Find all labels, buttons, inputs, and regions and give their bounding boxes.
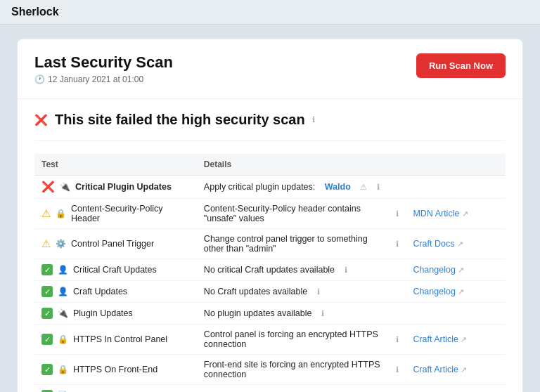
link-cell (406, 303, 506, 325)
row-icon: 🔌 (58, 308, 68, 318)
info-icon[interactable]: ℹ (396, 365, 399, 374)
test-name: Craft Updates (73, 287, 127, 296)
link-cell (406, 176, 506, 199)
row-icon: 🔒 (58, 334, 68, 344)
test-name: HTTPS In Control Panel (73, 334, 167, 344)
info-icon[interactable]: ⚠ (360, 183, 367, 192)
row-icon: 👤 (58, 287, 68, 296)
test-name: HTTPS On Front-End (73, 365, 158, 374)
fail-info-icon[interactable]: ℹ (312, 115, 315, 124)
col-link (406, 154, 506, 176)
header-timestamp: 🕐 12 January 2021 at 01:00 (34, 74, 173, 84)
main-content: Last Security Scan 🕐 12 January 2021 at … (0, 25, 540, 392)
table-row: ⚠⚙️Control Panel TriggerChange control p… (34, 229, 506, 259)
table-row: ✓🔌Plugin UpdatesNo plugin updates availa… (34, 303, 506, 325)
test-name: Plugin Updates (73, 308, 133, 318)
row-icon: ⚙️ (56, 239, 66, 249)
table-row: ✓🔒HTTPS In Control PanelControl panel is… (34, 325, 506, 355)
info-icon[interactable]: ℹ (321, 309, 324, 318)
details-cell: Content-Security-Policy header contains … (197, 199, 406, 229)
col-details: Details (197, 154, 406, 176)
external-link[interactable]: MDN Article (413, 209, 459, 218)
info-icon[interactable]: ℹ (396, 209, 399, 218)
col-test: Test (34, 154, 197, 176)
test-cell: ✓👤Craft Updates (34, 281, 197, 303)
fail-icon: ❌ (34, 114, 48, 126)
test-cell: ✓📄Craft File Permissions (34, 385, 197, 393)
info-icon[interactable]: ℹ (396, 335, 399, 344)
details-text: No plugin updates available (204, 308, 312, 318)
external-link-icon: ↗ (457, 240, 463, 248)
scan-table: Test Details ❌🔌Critical Plugin UpdatesAp… (34, 154, 506, 392)
test-cell: ✓🔌Plugin Updates (34, 303, 197, 325)
test-cell: ✓🔒HTTPS In Control Panel (34, 325, 197, 355)
details-cell: Apply critical plugin updates: Waldo ⚠ ℹ (197, 176, 406, 199)
external-link[interactable]: Changelog (413, 287, 455, 296)
run-scan-button[interactable]: Run Scan Now (416, 53, 506, 78)
details-text: Change control panel trigger to somethin… (204, 234, 387, 254)
waldo-link[interactable]: Waldo (325, 182, 351, 192)
test-cell: ✓👤Critical Craft Updates (34, 259, 197, 281)
fail-banner: ❌ This site failed the high security sca… (34, 112, 506, 141)
details-text: No critical Craft updates available (204, 265, 335, 275)
external-link-icon: ↗ (461, 335, 467, 344)
link-cell: Changelog ↗ (406, 259, 506, 281)
test-name: Control Panel Trigger (71, 239, 154, 249)
details-cell: Craft file permissions are correctly set… (197, 385, 406, 393)
details-cell: Change control panel trigger to somethin… (197, 229, 406, 259)
table-row: ✓🔒HTTPS On Front-EndFront-end site is fo… (34, 355, 506, 385)
row-icon: 🔒 (56, 209, 66, 218)
details-cell: No plugin updates available ℹ (197, 303, 406, 325)
link-cell: Craft Docs ↗ (406, 385, 506, 393)
app-title: Sherlock (11, 6, 59, 18)
info-icon[interactable]: ℹ (345, 266, 347, 275)
link-cell: MDN Article ↗ (406, 199, 506, 229)
status-ok-icon: ✓ (41, 264, 53, 275)
header-card: Last Security Scan 🕐 12 January 2021 at … (18, 39, 522, 99)
test-name: Critical Craft Updates (73, 265, 157, 275)
table-row: ⚠🔒Content-Security-Policy HeaderContent-… (34, 199, 506, 229)
external-link-icon: ↗ (461, 365, 467, 374)
test-cell: ⚠🔒Content-Security-Policy Header (34, 199, 197, 229)
external-link[interactable]: Craft Article (413, 365, 458, 374)
details-text: Control panel is forcing an encrypted HT… (204, 329, 387, 349)
external-link[interactable]: Craft Docs (413, 239, 454, 249)
row-icon: 🔒 (58, 365, 68, 374)
info-icon[interactable]: ℹ (317, 287, 320, 296)
test-cell: ✓🔒HTTPS On Front-End (34, 355, 197, 385)
clock-icon: 🕐 (34, 74, 45, 84)
link-cell: Craft Article ↗ (406, 325, 506, 355)
table-row: ✓📄Craft File PermissionsCraft file permi… (34, 385, 506, 393)
details-cell: No critical Craft updates available ℹ (197, 259, 406, 281)
external-link-icon: ↗ (458, 266, 464, 274)
details-text: No Craft updates available (204, 287, 307, 296)
status-ok-icon: ✓ (41, 364, 53, 375)
test-cell: ❌🔌Critical Plugin Updates (34, 176, 197, 199)
header-left: Last Security Scan 🕐 12 January 2021 at … (34, 53, 173, 84)
table-row: ✓👤Critical Craft UpdatesNo critical Craf… (34, 259, 506, 281)
test-cell: ⚠⚙️Control Panel Trigger (34, 229, 197, 259)
info-icon[interactable]: ℹ (396, 240, 399, 249)
table-row: ✓👤Craft UpdatesNo Craft updates availabl… (34, 281, 506, 303)
external-link-icon: ↗ (458, 287, 464, 296)
status-warn-icon: ⚠ (41, 237, 51, 250)
details-text: Front-end site is forcing an encrypted H… (204, 360, 387, 379)
info-icon2[interactable]: ℹ (377, 183, 380, 192)
link-cell: Changelog ↗ (406, 281, 506, 303)
external-link[interactable]: Changelog (413, 265, 455, 275)
details-prefix: Apply critical plugin updates: (204, 182, 315, 192)
table-header-row: Test Details (34, 154, 506, 176)
test-name: Critical Plugin Updates (75, 182, 172, 192)
page-title: Last Security Scan (34, 53, 173, 72)
external-link[interactable]: Craft Article (413, 334, 458, 344)
details-cell: No Craft updates available ℹ (197, 281, 406, 303)
top-bar: Sherlock (0, 0, 540, 25)
status-warn-icon: ⚠ (41, 207, 51, 220)
table-row: ❌🔌Critical Plugin UpdatesApply critical … (34, 176, 506, 199)
link-cell: Craft Docs ↗ (406, 229, 506, 259)
combined-card: Last Security Scan 🕐 12 January 2021 at … (17, 39, 523, 392)
status-ok-icon: ✓ (41, 308, 53, 319)
details-cell: Front-end site is forcing an encrypted H… (197, 355, 406, 385)
test-name: Content-Security-Policy Header (71, 204, 190, 223)
external-link-icon: ↗ (462, 209, 468, 218)
